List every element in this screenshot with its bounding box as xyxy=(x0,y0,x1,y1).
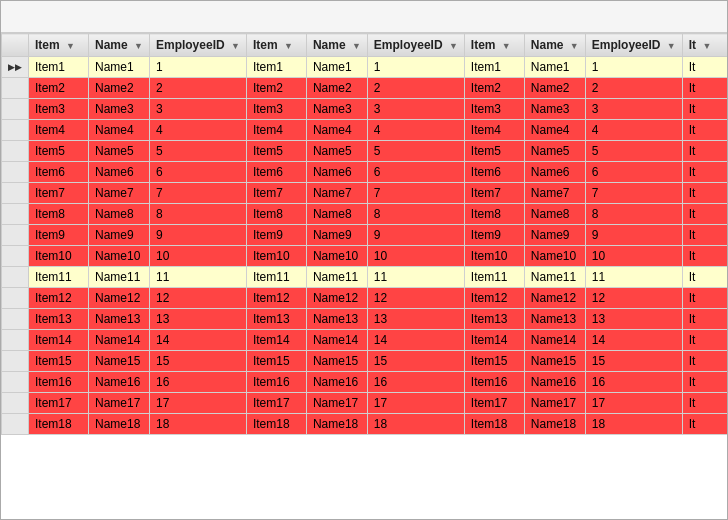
table-row[interactable]: Item16Name1616Item16Name1616Item16Name16… xyxy=(2,372,728,393)
cell-9: It xyxy=(682,330,727,351)
cell-4: Name8 xyxy=(306,204,367,225)
cell-9: It xyxy=(682,141,727,162)
cell-4: Name7 xyxy=(306,183,367,204)
sort-icon: ▼ xyxy=(570,41,579,51)
group-bar[interactable] xyxy=(1,1,727,33)
sort-icon: ▼ xyxy=(284,41,293,51)
cell-4: Name15 xyxy=(306,351,367,372)
column-header-item1[interactable]: Item ▼ xyxy=(29,34,89,57)
column-header-item4_partial[interactable]: It ▼ xyxy=(682,34,727,57)
cell-8: 10 xyxy=(585,246,682,267)
table-row[interactable]: Item2Name22Item2Name22Item2Name22It xyxy=(2,78,728,99)
cell-0: Item9 xyxy=(29,225,89,246)
cell-1: Name4 xyxy=(89,120,150,141)
row-indicator xyxy=(2,204,29,225)
table-row[interactable]: Item18Name1818Item18Name1818Item18Name18… xyxy=(2,414,728,435)
cell-2: 10 xyxy=(149,246,246,267)
table-row[interactable]: Item3Name33Item3Name33Item3Name33It xyxy=(2,99,728,120)
cell-4: Name12 xyxy=(306,288,367,309)
table-row[interactable]: Item11Name1111Item11Name1111Item11Name11… xyxy=(2,267,728,288)
cell-2: 8 xyxy=(149,204,246,225)
cell-1: Name13 xyxy=(89,309,150,330)
cell-7: Name8 xyxy=(524,204,585,225)
cell-6: Item6 xyxy=(464,162,524,183)
cell-3: Item7 xyxy=(246,183,306,204)
table-row[interactable]: Item8Name88Item8Name88Item8Name88It xyxy=(2,204,728,225)
column-header-empid2[interactable]: EmployeeID ▼ xyxy=(367,34,464,57)
cell-1: Name14 xyxy=(89,330,150,351)
table-row[interactable]: Item4Name44Item4Name44Item4Name44It xyxy=(2,120,728,141)
row-indicator xyxy=(2,309,29,330)
cell-2: 5 xyxy=(149,141,246,162)
cell-5: 15 xyxy=(367,351,464,372)
table-row[interactable]: ▶Item1Name11Item1Name11Item1Name11It xyxy=(2,57,728,78)
cell-2: 9 xyxy=(149,225,246,246)
table-row[interactable]: Item12Name1212Item12Name1212Item12Name12… xyxy=(2,288,728,309)
cell-5: 11 xyxy=(367,267,464,288)
cell-6: Item18 xyxy=(464,414,524,435)
cell-7: Name12 xyxy=(524,288,585,309)
cell-9: It xyxy=(682,183,727,204)
cell-6: Item7 xyxy=(464,183,524,204)
cell-8: 2 xyxy=(585,78,682,99)
column-header-empid3[interactable]: EmployeeID ▼ xyxy=(585,34,682,57)
cell-1: Name17 xyxy=(89,393,150,414)
cell-7: Name17 xyxy=(524,393,585,414)
cell-3: Item5 xyxy=(246,141,306,162)
column-header-item2[interactable]: Item ▼ xyxy=(246,34,306,57)
table-row[interactable]: Item14Name1414Item14Name1414Item14Name14… xyxy=(2,330,728,351)
cell-4: Name9 xyxy=(306,225,367,246)
cell-8: 1 xyxy=(585,57,682,78)
table-row[interactable]: Item5Name55Item5Name55Item5Name55It xyxy=(2,141,728,162)
column-header-name2[interactable]: Name ▼ xyxy=(306,34,367,57)
cell-5: 10 xyxy=(367,246,464,267)
cell-6: Item5 xyxy=(464,141,524,162)
column-header-item3[interactable]: Item ▼ xyxy=(464,34,524,57)
table-wrapper[interactable]: Item ▼Name ▼EmployeeID ▼Item ▼Name ▼Empl… xyxy=(1,33,727,519)
row-indicator xyxy=(2,120,29,141)
cell-0: Item2 xyxy=(29,78,89,99)
column-header-empid1[interactable]: EmployeeID ▼ xyxy=(149,34,246,57)
data-grid: Item ▼Name ▼EmployeeID ▼Item ▼Name ▼Empl… xyxy=(0,0,728,520)
cell-5: 8 xyxy=(367,204,464,225)
table-row[interactable]: Item9Name99Item9Name99Item9Name99It xyxy=(2,225,728,246)
table-body: ▶Item1Name11Item1Name11Item1Name11ItItem… xyxy=(2,57,728,435)
cell-5: 12 xyxy=(367,288,464,309)
cell-4: Name11 xyxy=(306,267,367,288)
cell-0: Item12 xyxy=(29,288,89,309)
cell-3: Item8 xyxy=(246,204,306,225)
table-row[interactable]: Item7Name77Item7Name77Item7Name77It xyxy=(2,183,728,204)
cell-9: It xyxy=(682,288,727,309)
column-header-name3[interactable]: Name ▼ xyxy=(524,34,585,57)
cell-7: Name15 xyxy=(524,351,585,372)
table-row[interactable]: Item13Name1313Item13Name1313Item13Name13… xyxy=(2,309,728,330)
cell-6: Item16 xyxy=(464,372,524,393)
cell-6: Item11 xyxy=(464,267,524,288)
table-row[interactable]: Item15Name1515Item15Name1515Item15Name15… xyxy=(2,351,728,372)
cell-9: It xyxy=(682,414,727,435)
cell-2: 14 xyxy=(149,330,246,351)
row-indicator xyxy=(2,141,29,162)
cell-8: 14 xyxy=(585,330,682,351)
cell-5: 3 xyxy=(367,99,464,120)
column-header-name1[interactable]: Name ▼ xyxy=(89,34,150,57)
cell-9: It xyxy=(682,372,727,393)
cell-2: 11 xyxy=(149,267,246,288)
cell-2: 3 xyxy=(149,99,246,120)
cell-7: Name14 xyxy=(524,330,585,351)
cell-0: Item5 xyxy=(29,141,89,162)
cell-7: Name11 xyxy=(524,267,585,288)
cell-0: Item3 xyxy=(29,99,89,120)
cell-5: 16 xyxy=(367,372,464,393)
table-row[interactable]: Item10Name1010Item10Name1010Item10Name10… xyxy=(2,246,728,267)
table-row[interactable]: Item17Name1717Item17Name1717Item17Name17… xyxy=(2,393,728,414)
cell-3: Item13 xyxy=(246,309,306,330)
sort-icon: ▼ xyxy=(502,41,511,51)
cell-0: Item15 xyxy=(29,351,89,372)
table-row[interactable]: Item6Name66Item6Name66Item6Name66It xyxy=(2,162,728,183)
cell-2: 13 xyxy=(149,309,246,330)
cell-3: Item17 xyxy=(246,393,306,414)
cell-2: 12 xyxy=(149,288,246,309)
cell-5: 7 xyxy=(367,183,464,204)
row-indicator xyxy=(2,225,29,246)
